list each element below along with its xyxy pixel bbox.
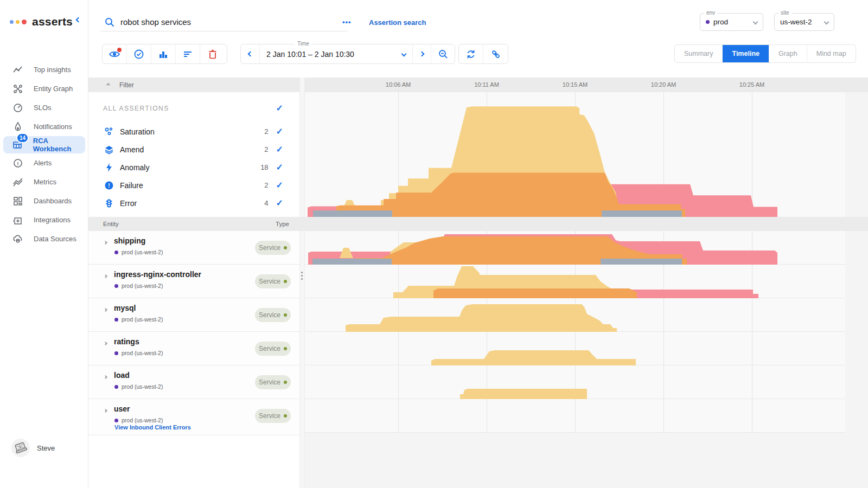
all-assertions-row[interactable]: ALL ASSERTIONS ✓	[103, 103, 283, 113]
tab-graph[interactable]: Graph	[769, 45, 807, 62]
graph-nodes-icon	[12, 84, 24, 94]
assertion-toolbar	[102, 44, 227, 64]
env-dot	[114, 251, 118, 254]
zoom-out-button[interactable]	[431, 44, 455, 63]
sidebar-item-alerts[interactable]: ! Alerts	[0, 153, 88, 172]
avatar	[11, 438, 30, 458]
status-dot	[284, 347, 287, 350]
entity-column-header: Entity	[103, 221, 119, 227]
axis-tick-3: 10:15 AM	[563, 81, 588, 88]
anomaly-bolt-icon	[103, 163, 115, 172]
entity-row-load[interactable]: load prod (us-west-2) Service	[88, 365, 299, 399]
sort-filter-button[interactable]	[176, 44, 200, 63]
env-dot	[114, 419, 118, 422]
time-back-button[interactable]	[241, 44, 260, 63]
search-input[interactable]: robot shop services	[120, 17, 191, 27]
sidebar-item-entity-graph[interactable]: Entity Graph	[0, 79, 88, 98]
mysql-yellow-area	[346, 304, 617, 332]
check-icon[interactable]: ✓	[276, 126, 283, 137]
error-traffic-light-icon	[103, 198, 115, 208]
share-link-button[interactable]	[483, 44, 508, 63]
timeline-chart-area	[305, 92, 868, 488]
svg-text:!: !	[17, 160, 19, 166]
filter-row-error[interactable]: Error 4 ✓	[103, 194, 283, 212]
expand-chevron-icon[interactable]	[104, 342, 107, 345]
load-yellow-area	[460, 389, 587, 399]
filter-count: 18	[260, 163, 268, 171]
filter-row-anomaly[interactable]: Anomaly 18 ✓	[103, 158, 283, 176]
env-dot	[114, 284, 118, 288]
check-icon[interactable]: ✓	[276, 162, 283, 172]
check-icon[interactable]: ✓	[276, 180, 283, 190]
tab-mind-map[interactable]: Mind map	[807, 45, 856, 62]
drag-handle-icon[interactable]	[301, 272, 303, 280]
amend-layers-icon	[103, 145, 115, 155]
sidebar-item-label: Integrations	[34, 216, 71, 224]
view-inbound-client-errors-link[interactable]: View Inbound Client Errors	[114, 424, 191, 431]
tab-summary[interactable]: Summary	[675, 45, 723, 62]
env-select[interactable]: env prod	[700, 13, 763, 31]
entity-name[interactable]: user	[114, 404, 130, 413]
sidebar-item-slos[interactable]: SLOs	[0, 98, 88, 117]
entity-row-user[interactable]: user prod (us-west-2) View Inbound Clien…	[88, 399, 299, 435]
service-badge: Service	[255, 409, 291, 423]
entity-env: prod (us-west-2)	[122, 417, 163, 423]
sidebar-item-label: Notifications	[34, 123, 72, 131]
aggregate-grey-strip-1	[313, 210, 392, 217]
time-forward-button[interactable]	[413, 44, 431, 63]
filter-header-label: Filter	[119, 81, 134, 89]
assertion-search-link[interactable]: Assertion search	[369, 18, 426, 27]
entity-name[interactable]: ingress-nginx-controller	[114, 270, 201, 279]
site-select[interactable]: site us-west-2	[774, 13, 834, 31]
chart-view-button[interactable]	[151, 44, 176, 63]
filter-label: Amend	[120, 145, 144, 154]
expand-chevron-icon[interactable]	[104, 308, 107, 312]
sidebar-item-label: RCA Workbench	[33, 137, 85, 153]
refresh-button[interactable]	[459, 44, 483, 63]
entity-row-ingress-nginx-controller[interactable]: ingress-nginx-controller prod (us-west-2…	[88, 265, 299, 298]
watch-button[interactable]	[103, 44, 127, 63]
entity-row-mysql[interactable]: mysql prod (us-west-2) Service	[88, 298, 299, 332]
sidebar-item-data-sources[interactable]: Data Sources	[0, 229, 88, 248]
time-range-field[interactable]: Time 2 Jan 10:01 – 2 Jan 10:30	[260, 44, 413, 63]
axis-tick-5: 10:25 AM	[739, 81, 764, 88]
sidebar-item-notifications[interactable]: Notifications	[0, 117, 88, 136]
filter-row-amend[interactable]: Amend 2 ✓	[103, 140, 283, 158]
filter-row-saturation[interactable]: Saturation 2 ✓	[103, 123, 283, 140]
expand-chevron-icon[interactable]	[104, 274, 107, 278]
sidebar-item-metrics[interactable]: Metrics	[0, 172, 88, 191]
sidebar-item-integrations[interactable]: Integrations	[0, 210, 88, 229]
entity-list: shipping prod (us-west-2) Service ingres…	[88, 231, 299, 435]
filter-collapse-icon[interactable]	[106, 83, 110, 87]
entity-name[interactable]: mysql	[114, 304, 136, 312]
entity-name[interactable]: shipping	[114, 236, 145, 245]
entity-name[interactable]: ratings	[114, 337, 139, 346]
timeline-plot	[305, 92, 845, 433]
entity-row-ratings[interactable]: ratings prod (us-west-2) Service	[88, 332, 299, 365]
entity-name[interactable]: load	[114, 371, 130, 380]
expand-chevron-icon[interactable]	[104, 241, 107, 245]
tab-timeline[interactable]: Timeline	[723, 45, 769, 62]
entity-row-shipping[interactable]: shipping prod (us-west-2) Service	[88, 231, 299, 265]
user-profile[interactable]: Steve	[11, 438, 55, 458]
sidebar-item-top-insights[interactable]: Top insights	[0, 60, 88, 79]
more-options-button[interactable]: •••	[342, 18, 352, 26]
assertions-badge-button[interactable]	[127, 44, 151, 63]
env-dot	[114, 351, 118, 355]
check-icon[interactable]: ✓	[276, 198, 283, 208]
expand-chevron-icon[interactable]	[104, 409, 107, 413]
panel-divider[interactable]	[299, 78, 305, 488]
expand-chevron-icon[interactable]	[104, 375, 107, 379]
dashboards-grid-icon	[12, 196, 24, 207]
check-icon[interactable]: ✓	[276, 144, 283, 155]
sidebar-item-rca-workbench[interactable]: 14 RCA Workbench	[3, 136, 85, 153]
sidebar-collapse-icon[interactable]	[76, 17, 81, 23]
env-select-value: prod	[713, 18, 728, 26]
sidebar-item-label: Alerts	[34, 159, 52, 167]
entity-env: prod (us-west-2)	[122, 249, 163, 255]
check-icon[interactable]: ✓	[276, 103, 283, 113]
delete-button[interactable]	[200, 44, 225, 63]
entity-table-header: Entity Type	[88, 217, 868, 231]
sidebar-item-dashboards[interactable]: Dashboards	[0, 191, 88, 210]
filter-row-failure[interactable]: ! Failure 2 ✓	[103, 176, 283, 194]
